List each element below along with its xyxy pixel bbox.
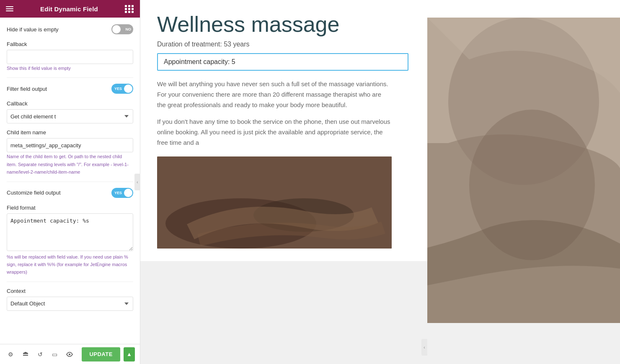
callback-label: Callback	[7, 100, 133, 107]
divider-2	[7, 182, 133, 182]
update-button[interactable]: UPDATE	[82, 347, 120, 361]
description-para-2: If you don't have any time to book the s…	[157, 117, 392, 148]
history-icon[interactable]: ↺	[34, 349, 46, 360]
panel-body: Hide if value is empty NO Fallback Show …	[0, 18, 140, 344]
panel-header: Edit Dynamic Field	[0, 0, 140, 18]
update-arrow-button[interactable]: ▲	[124, 347, 135, 361]
customize-field-output-toggle[interactable]: YES	[111, 188, 133, 198]
toggle-yes-text: YES	[114, 87, 122, 91]
child-item-name-label: Child item name	[7, 129, 133, 136]
context-label: Context	[7, 288, 133, 294]
filter-field-output-row: Filter field output YES	[7, 84, 133, 94]
context-select[interactable]: Default Object Current User Current Post	[7, 297, 133, 311]
fallback-label: Fallback	[7, 41, 133, 47]
fallback-hint: Show this if field value is empty	[7, 66, 71, 71]
callback-row: Callback Get child element t None Strip …	[7, 100, 133, 123]
description-para-1: We will bet anything you have never sen …	[157, 79, 392, 110]
customize-yes-text: YES	[114, 191, 122, 195]
panel-title: Edit Dynamic Field	[40, 5, 98, 13]
divider-1	[7, 77, 133, 78]
hide-if-empty-row: Hide if value is empty NO	[7, 24, 133, 34]
layers-icon[interactable]	[20, 349, 31, 360]
content-layout: Wellness massage Duration of treatment: …	[140, 0, 620, 364]
fallback-row: Fallback Show this if field value is emp…	[7, 41, 133, 72]
left-panel-collapse-handle[interactable]: ‹	[134, 174, 140, 190]
divider-3	[7, 282, 133, 282]
appointment-box: Appointment capacity: 5	[157, 53, 408, 71]
hide-if-empty-toggle[interactable]: NO	[111, 24, 133, 34]
left-panel: Edit Dynamic Field Hide if value is empt…	[0, 0, 140, 364]
svg-rect-1	[23, 355, 28, 356]
responsive-icon[interactable]: ▭	[49, 349, 60, 360]
right-collapse-handle[interactable]: ‹	[421, 339, 427, 356]
hamburger-icon[interactable]	[6, 6, 13, 11]
callback-select[interactable]: Get child element t None Strip tags	[7, 109, 133, 123]
grid-icon[interactable]	[125, 5, 134, 13]
child-item-name-row: Child item name Name of the child item t…	[7, 129, 133, 175]
filter-field-output-label: Filter field output	[7, 86, 47, 92]
child-item-name-hint: Name of the child item to get. Or path t…	[7, 154, 129, 174]
customize-field-output-row: Customize field output YES	[7, 188, 133, 198]
customize-field-output-label: Customize field output	[7, 190, 61, 196]
settings-icon[interactable]: ⚙	[5, 349, 16, 360]
svg-rect-0	[23, 353, 28, 354]
field-format-row: Field format %s will be replaced with fi…	[7, 205, 133, 276]
fallback-input[interactable]	[7, 50, 133, 64]
eye-icon[interactable]	[64, 349, 75, 360]
hide-if-empty-label: Hide if value is empty	[7, 26, 59, 33]
field-format-textarea[interactable]	[7, 213, 133, 251]
context-row: Context Default Object Current User Curr…	[7, 288, 133, 311]
panel-footer: ⚙ ↺ ▭ UPDATE ▲	[0, 344, 140, 364]
description-block: We will bet anything you have never sen …	[157, 79, 392, 148]
field-format-label: Field format	[7, 205, 133, 211]
filter-field-output-toggle[interactable]: YES	[111, 84, 133, 94]
massage-image	[157, 156, 392, 249]
child-item-name-input[interactable]	[7, 138, 133, 152]
toggle-no-text: NO	[126, 27, 132, 31]
field-format-hint: %s will be replaced with field value. If…	[7, 254, 128, 275]
svg-point-2	[69, 354, 70, 355]
side-image	[427, 18, 620, 323]
